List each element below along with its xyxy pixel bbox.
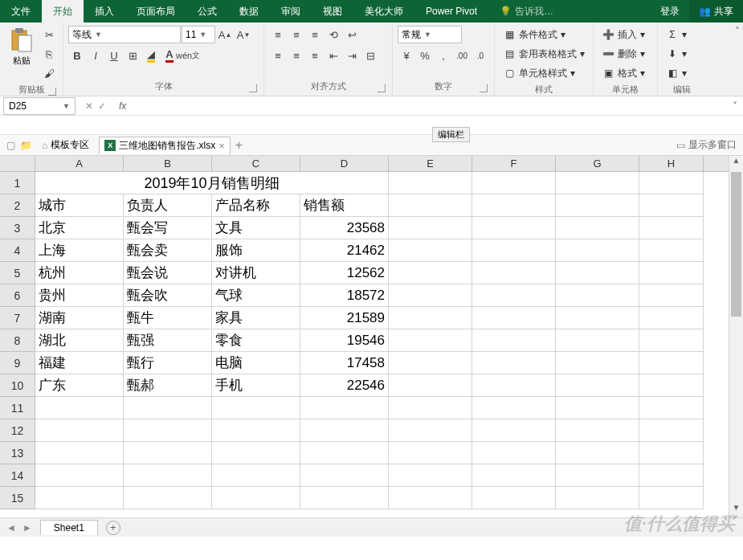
align-bottom-button[interactable]: ≡ xyxy=(306,26,324,43)
cell[interactable] xyxy=(556,419,639,442)
clipboard-launcher[interactable] xyxy=(48,88,56,96)
cell[interactable] xyxy=(389,217,472,239)
cell-styles-button[interactable]: ▢单元格样式▾ xyxy=(500,64,578,82)
add-sheet-button[interactable]: + xyxy=(106,521,120,535)
cell[interactable] xyxy=(639,307,704,329)
cell[interactable]: 负责人 xyxy=(124,194,212,217)
tab-home[interactable]: 开始 xyxy=(42,0,84,22)
expand-formula-button[interactable]: ˅ xyxy=(727,100,743,112)
align-left-button[interactable]: ≡ xyxy=(269,47,287,64)
cell[interactable] xyxy=(35,464,124,487)
row-header[interactable]: 9 xyxy=(0,352,35,374)
cell[interactable] xyxy=(639,172,704,194)
cell[interactable] xyxy=(212,442,300,464)
row-header[interactable]: 10 xyxy=(0,374,35,397)
cell[interactable]: 甄行 xyxy=(124,352,212,374)
row-header[interactable]: 1 xyxy=(0,172,35,194)
cell[interactable]: 18572 xyxy=(300,284,389,307)
cell[interactable] xyxy=(212,464,300,487)
fill-color-button[interactable]: ◢ xyxy=(142,47,160,64)
cell[interactable]: 17458 xyxy=(300,352,389,374)
cell[interactable] xyxy=(389,329,472,352)
cell[interactable] xyxy=(300,464,389,487)
number-format-combo[interactable]: 常规▼ xyxy=(398,26,462,43)
cell[interactable]: 广东 xyxy=(35,374,124,397)
tab-data[interactable]: 数据 xyxy=(228,0,270,22)
format-as-table-button[interactable]: ▤套用表格格式▾ xyxy=(500,45,588,63)
decrease-decimal-button[interactable]: .0 xyxy=(472,47,489,64)
cell[interactable] xyxy=(472,172,556,194)
cell[interactable] xyxy=(124,487,212,509)
row-header[interactable]: 15 xyxy=(0,487,35,509)
vertical-scrollbar[interactable]: ▲ ▼ xyxy=(729,156,743,517)
cell[interactable] xyxy=(556,374,639,397)
italic-button[interactable]: I xyxy=(87,47,104,64)
cell[interactable] xyxy=(556,172,639,194)
cell[interactable] xyxy=(124,419,212,442)
sheet-tab[interactable]: Sheet1 xyxy=(40,520,98,535)
row-header[interactable]: 3 xyxy=(0,217,35,239)
cell[interactable] xyxy=(472,487,556,509)
increase-decimal-button[interactable]: .00 xyxy=(453,47,471,64)
cell[interactable] xyxy=(639,397,704,419)
tab-view[interactable]: 视图 xyxy=(312,0,353,22)
tab-page-layout[interactable]: 页面布局 xyxy=(125,0,186,22)
scroll-up-button[interactable]: ▲ xyxy=(729,156,743,170)
row-header[interactable]: 4 xyxy=(0,239,35,262)
increase-indent-button[interactable]: ⇥ xyxy=(343,47,361,64)
cell[interactable] xyxy=(124,464,212,487)
enter-formula-button[interactable]: ✓ xyxy=(98,100,106,112)
cell[interactable] xyxy=(35,419,124,442)
cell[interactable] xyxy=(389,239,472,262)
add-tab-button[interactable]: + xyxy=(235,138,243,153)
row-header[interactable]: 7 xyxy=(0,307,35,329)
cell[interactable] xyxy=(389,172,472,194)
column-header[interactable]: B xyxy=(124,156,212,171)
cell[interactable] xyxy=(556,217,639,239)
column-header[interactable]: A xyxy=(35,156,124,171)
new-tab-icon[interactable]: ▢ xyxy=(6,140,15,151)
share-button[interactable]: 👥 共享 xyxy=(689,0,743,22)
row-header[interactable]: 8 xyxy=(0,329,35,352)
cell[interactable] xyxy=(556,307,639,329)
tab-beautify[interactable]: 美化大师 xyxy=(353,0,414,22)
cell[interactable]: 甄会吹 xyxy=(124,284,212,307)
cell[interactable] xyxy=(556,397,639,419)
cell[interactable] xyxy=(472,397,556,419)
cell[interactable] xyxy=(389,307,472,329)
sheet-nav-prev[interactable]: ◄ xyxy=(6,522,16,533)
scroll-down-button[interactable]: ▼ xyxy=(729,503,743,517)
cell[interactable] xyxy=(389,397,472,419)
cell[interactable]: 北京 xyxy=(35,217,124,239)
cell[interactable] xyxy=(389,194,472,217)
column-header[interactable]: F xyxy=(472,156,556,171)
cell[interactable] xyxy=(472,307,556,329)
cell[interactable]: 湖南 xyxy=(35,307,124,329)
cell[interactable] xyxy=(300,442,389,464)
decrease-indent-button[interactable]: ⇤ xyxy=(325,47,342,64)
cell[interactable]: 家具 xyxy=(212,307,300,329)
delete-cells-button[interactable]: ➖删除▾ xyxy=(598,45,648,63)
cell[interactable] xyxy=(556,262,639,284)
tab-formulas[interactable]: 公式 xyxy=(186,0,228,22)
scrollbar-thumb[interactable] xyxy=(731,172,741,317)
cell[interactable] xyxy=(556,329,639,352)
name-box[interactable]: D25▼ xyxy=(3,97,76,115)
cell[interactable] xyxy=(639,374,704,397)
tab-file[interactable]: 文件 xyxy=(0,0,42,22)
fx-icon[interactable]: fx xyxy=(112,100,133,112)
column-header[interactable]: C xyxy=(212,156,300,171)
row-header[interactable]: 14 xyxy=(0,464,35,487)
cell[interactable] xyxy=(472,374,556,397)
cell[interactable]: 福建 xyxy=(35,352,124,374)
paste-button[interactable]: 粘贴 xyxy=(5,26,39,68)
cell[interactable] xyxy=(639,329,704,352)
cell[interactable]: 贵州 xyxy=(35,284,124,307)
cell[interactable] xyxy=(556,239,639,262)
cell[interactable] xyxy=(472,284,556,307)
cell[interactable] xyxy=(389,374,472,397)
cell[interactable] xyxy=(212,397,300,419)
cell[interactable] xyxy=(35,397,124,419)
cell[interactable] xyxy=(472,442,556,464)
cell[interactable] xyxy=(639,239,704,262)
